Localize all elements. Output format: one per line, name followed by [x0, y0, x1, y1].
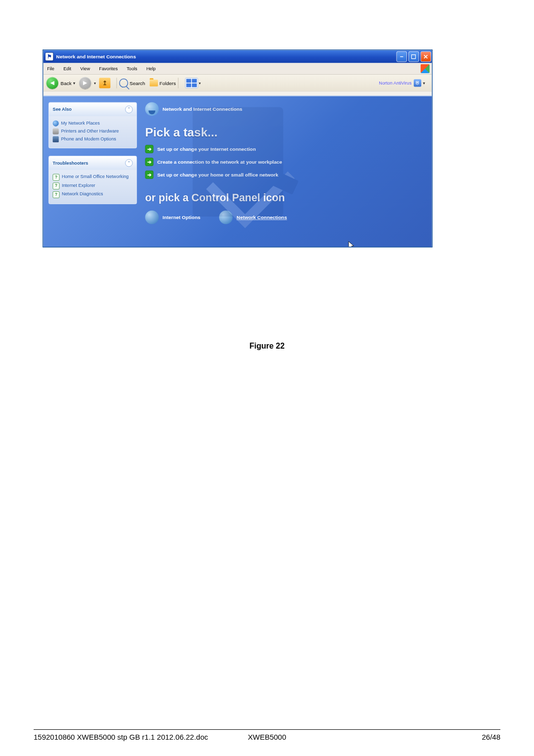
- close-button[interactable]: [421, 51, 431, 62]
- sidebar-item-label: Network Diagnostics: [62, 191, 103, 197]
- sidebar-item-ie-trouble[interactable]: ? Internet Explorer: [53, 182, 133, 189]
- menu-help[interactable]: Help: [145, 65, 157, 72]
- pick-a-task-heading: Pick a task...: [145, 126, 287, 139]
- footer-product: XWEB5000: [248, 733, 286, 741]
- arrow-icon: [145, 171, 154, 179]
- troubleshooters-header[interactable]: Troubleshooters ˆ: [49, 156, 136, 170]
- back-history-dropdown[interactable]: ▼: [72, 81, 76, 85]
- internet-options-icon: [145, 211, 159, 224]
- task-label: Set up or change your Internet connectio…: [157, 146, 256, 152]
- task-home-office-network[interactable]: Set up or change your home or small offi…: [145, 171, 287, 179]
- printer-icon: [53, 128, 59, 134]
- task-setup-internet[interactable]: Set up or change your Internet connectio…: [145, 145, 287, 153]
- modem-icon: [53, 136, 59, 142]
- see-also-title: See Also: [53, 107, 72, 112]
- cp-internet-options[interactable]: Internet Options: [145, 211, 201, 224]
- toolbar-separator: [178, 78, 178, 88]
- network-connections-icon: [219, 211, 232, 224]
- tasks-sidebar: See Also ˆ My Network Places Printers an…: [48, 102, 137, 212]
- menu-file[interactable]: File: [45, 65, 56, 72]
- app-icon: ⚑: [45, 53, 53, 60]
- category-main: Network and Internet Connections Pick a …: [137, 102, 287, 224]
- search-button[interactable]: Search: [130, 80, 145, 86]
- chevron-up-icon[interactable]: ˆ: [125, 159, 133, 167]
- explorer-toolbar: ◄ Back ▼ ► ▾ Search Folders ▾ Norton Ant…: [44, 75, 432, 91]
- menu-edit[interactable]: Edit: [62, 65, 73, 72]
- views-dropdown[interactable]: ▾: [199, 81, 201, 85]
- arrow-icon: [145, 145, 154, 153]
- arrow-icon: [145, 158, 154, 166]
- sidebar-item-net-diag[interactable]: ? Network Diagnostics: [53, 191, 133, 198]
- see-also-header[interactable]: See Also ˆ: [49, 103, 136, 116]
- menu-view[interactable]: View: [79, 65, 91, 72]
- task-workplace-connection[interactable]: Create a connection to the network at yo…: [145, 158, 287, 166]
- category-title: Network and Internet Connections: [163, 106, 242, 112]
- footer-filename: 1592010860 XWEB5000 stp GB r1.1 2012.06.…: [34, 733, 208, 741]
- menu-tools[interactable]: Tools: [125, 65, 138, 72]
- windows-flag-icon: [421, 64, 430, 73]
- cp-icon-label: Internet Options: [163, 215, 201, 220]
- toolbar-divider: [44, 91, 432, 96]
- minimize-button[interactable]: [397, 51, 407, 62]
- xp-control-panel-screenshot: ⚑ Network and Internet Connections File …: [43, 49, 433, 248]
- search-icon: [119, 79, 128, 88]
- sidebar-item-label: Phone and Modem Options: [61, 136, 116, 141]
- troubleshooters-panel: Troubleshooters ˆ ? Home or Small Office…: [48, 156, 137, 204]
- figure-caption: Figure 22: [0, 342, 534, 351]
- or-pick-heading: or pick a Control Panel icon: [145, 192, 287, 204]
- sidebar-item-phone-modem[interactable]: Phone and Modem Options: [53, 136, 133, 142]
- help-icon: ?: [53, 191, 60, 198]
- task-label: Create a connection to the network at yo…: [157, 159, 282, 165]
- forward-history-dropdown[interactable]: ▾: [94, 81, 96, 85]
- back-button[interactable]: ◄: [46, 77, 58, 89]
- page-footer: 1592010860 XWEB5000 stp GB r1.1 2012.06.…: [34, 729, 500, 741]
- sidebar-item-label: Printers and Other Hardware: [61, 128, 119, 133]
- norton-antivirus-toolbar[interactable]: Norton AntiVirus ⛨ ▼: [379, 79, 429, 87]
- sidebar-item-label: Home or Small Office Networking: [62, 174, 129, 179]
- sidebar-item-my-network-places[interactable]: My Network Places: [53, 120, 133, 126]
- norton-icon: ⛨: [414, 79, 421, 87]
- task-label: Set up or change your home or small offi…: [157, 172, 278, 178]
- views-button[interactable]: [185, 78, 198, 88]
- globe-icon: [53, 120, 59, 126]
- norton-label: Norton AntiVirus: [379, 81, 411, 86]
- mouse-cursor-icon: [348, 241, 355, 248]
- menu-bar: File Edit View Favorites Tools Help: [44, 63, 432, 75]
- help-icon: ?: [53, 182, 60, 189]
- category-header: Network and Internet Connections: [145, 102, 287, 116]
- forward-button[interactable]: ►: [79, 77, 91, 89]
- maximize-button[interactable]: [408, 51, 419, 62]
- up-one-level-button[interactable]: [99, 78, 110, 88]
- sidebar-item-label: My Network Places: [61, 120, 99, 126]
- sidebar-item-printers-hardware[interactable]: Printers and Other Hardware: [53, 128, 133, 134]
- toolbar-separator: [116, 78, 117, 88]
- menu-favorites[interactable]: Favorites: [97, 65, 119, 72]
- troubleshooters-title: Troubleshooters: [53, 160, 89, 166]
- footer-pagenum: 26/48: [482, 733, 500, 741]
- window-titlebar: ⚑ Network and Internet Connections: [44, 50, 432, 63]
- help-icon: ?: [53, 174, 60, 181]
- sidebar-item-home-office-net[interactable]: ? Home or Small Office Networking: [53, 174, 133, 181]
- see-also-panel: See Also ˆ My Network Places Printers an…: [48, 102, 137, 148]
- network-icon: [145, 102, 159, 116]
- back-label: Back: [61, 80, 72, 86]
- cp-icon-label: Network Connections: [236, 215, 287, 220]
- folders-button[interactable]: Folders: [160, 80, 176, 86]
- norton-dropdown[interactable]: ▼: [422, 81, 426, 85]
- folders-icon: [150, 80, 158, 87]
- window-title: Network and Internet Connections: [56, 54, 135, 59]
- chevron-up-icon[interactable]: ˆ: [125, 106, 133, 113]
- cp-network-connections[interactable]: Network Connections: [219, 211, 287, 224]
- sidebar-item-label: Internet Explorer: [62, 182, 95, 188]
